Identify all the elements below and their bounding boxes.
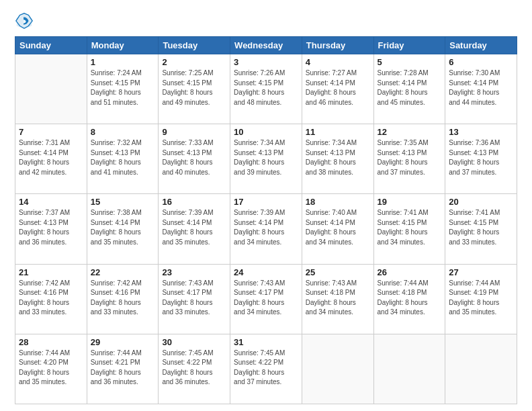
day-cell: 6Sunrise: 7:30 AM Sunset: 4:14 PM Daylig… (445, 54, 517, 124)
day-number: 3 (234, 57, 298, 67)
day-cell: 21Sunrise: 7:42 AM Sunset: 4:16 PM Dayli… (15, 264, 87, 334)
day-cell: 29Sunrise: 7:44 AM Sunset: 4:21 PM Dayli… (87, 334, 159, 404)
day-cell: 16Sunrise: 7:39 AM Sunset: 4:14 PM Dayli… (159, 194, 230, 264)
weekday-header-sunday: Sunday (15, 37, 87, 54)
day-info: Sunrise: 7:24 AM Sunset: 4:15 PM Dayligh… (91, 68, 155, 107)
day-info: Sunrise: 7:36 AM Sunset: 4:13 PM Dayligh… (449, 138, 513, 177)
day-info: Sunrise: 7:42 AM Sunset: 4:16 PM Dayligh… (19, 279, 83, 318)
day-cell: 11Sunrise: 7:34 AM Sunset: 4:13 PM Dayli… (302, 124, 373, 194)
day-number: 9 (162, 127, 226, 137)
day-cell: 13Sunrise: 7:36 AM Sunset: 4:13 PM Dayli… (445, 124, 517, 194)
week-row-1: 1Sunrise: 7:24 AM Sunset: 4:15 PM Daylig… (15, 54, 517, 124)
weekday-header-wednesday: Wednesday (230, 37, 302, 54)
logo (15, 12, 36, 31)
header (15, 12, 517, 31)
day-info: Sunrise: 7:39 AM Sunset: 4:14 PM Dayligh… (162, 208, 226, 247)
day-cell (15, 54, 87, 124)
day-cell: 31Sunrise: 7:45 AM Sunset: 4:22 PM Dayli… (230, 334, 302, 404)
day-number: 5 (378, 57, 442, 67)
day-number: 27 (449, 267, 513, 277)
day-number: 1 (91, 57, 155, 67)
day-number: 4 (306, 57, 370, 67)
day-number: 8 (91, 127, 155, 137)
day-cell: 19Sunrise: 7:41 AM Sunset: 4:15 PM Dayli… (373, 194, 445, 264)
day-number: 21 (19, 267, 83, 277)
day-info: Sunrise: 7:44 AM Sunset: 4:18 PM Dayligh… (378, 279, 442, 318)
day-number: 11 (306, 127, 370, 137)
day-info: Sunrise: 7:39 AM Sunset: 4:14 PM Dayligh… (234, 208, 298, 247)
day-cell: 17Sunrise: 7:39 AM Sunset: 4:14 PM Dayli… (230, 194, 302, 264)
day-info: Sunrise: 7:27 AM Sunset: 4:14 PM Dayligh… (306, 68, 370, 107)
day-number: 24 (234, 267, 298, 277)
day-cell: 1Sunrise: 7:24 AM Sunset: 4:15 PM Daylig… (87, 54, 159, 124)
day-cell: 28Sunrise: 7:44 AM Sunset: 4:20 PM Dayli… (15, 334, 87, 404)
day-cell: 14Sunrise: 7:37 AM Sunset: 4:13 PM Dayli… (15, 194, 87, 264)
weekday-header-saturday: Saturday (445, 37, 517, 54)
day-number: 31 (234, 337, 298, 347)
day-number: 17 (234, 197, 298, 207)
day-info: Sunrise: 7:44 AM Sunset: 4:20 PM Dayligh… (19, 349, 83, 387)
day-cell: 23Sunrise: 7:43 AM Sunset: 4:17 PM Dayli… (159, 264, 230, 334)
day-info: Sunrise: 7:34 AM Sunset: 4:13 PM Dayligh… (306, 138, 370, 177)
day-cell: 9Sunrise: 7:33 AM Sunset: 4:13 PM Daylig… (159, 124, 230, 194)
day-number: 29 (91, 337, 155, 347)
weekday-header-monday: Monday (87, 37, 159, 54)
day-cell: 24Sunrise: 7:43 AM Sunset: 4:17 PM Dayli… (230, 264, 302, 334)
day-number: 30 (162, 337, 226, 347)
day-number: 14 (19, 197, 83, 207)
day-cell: 3Sunrise: 7:26 AM Sunset: 4:15 PM Daylig… (230, 54, 302, 124)
day-number: 16 (162, 197, 226, 207)
day-info: Sunrise: 7:43 AM Sunset: 4:17 PM Dayligh… (162, 279, 226, 318)
week-row-5: 28Sunrise: 7:44 AM Sunset: 4:20 PM Dayli… (15, 334, 517, 404)
day-number: 2 (162, 57, 226, 67)
day-number: 18 (306, 197, 370, 207)
day-info: Sunrise: 7:43 AM Sunset: 4:18 PM Dayligh… (306, 279, 370, 318)
day-number: 12 (378, 127, 442, 137)
day-info: Sunrise: 7:37 AM Sunset: 4:13 PM Dayligh… (19, 208, 83, 247)
weekday-header-thursday: Thursday (302, 37, 373, 54)
day-cell (373, 334, 445, 404)
day-number: 19 (378, 197, 442, 207)
page: SundayMondayTuesdayWednesdayThursdayFrid… (0, 0, 532, 411)
day-cell: 27Sunrise: 7:44 AM Sunset: 4:19 PM Dayli… (445, 264, 517, 334)
day-info: Sunrise: 7:28 AM Sunset: 4:14 PM Dayligh… (378, 68, 442, 107)
day-cell: 12Sunrise: 7:35 AM Sunset: 4:13 PM Dayli… (373, 124, 445, 194)
day-info: Sunrise: 7:26 AM Sunset: 4:15 PM Dayligh… (234, 68, 298, 107)
day-info: Sunrise: 7:25 AM Sunset: 4:15 PM Dayligh… (162, 68, 226, 107)
calendar: SundayMondayTuesdayWednesdayThursdayFrid… (15, 36, 517, 404)
day-info: Sunrise: 7:31 AM Sunset: 4:14 PM Dayligh… (19, 138, 83, 177)
day-info: Sunrise: 7:41 AM Sunset: 4:15 PM Dayligh… (449, 208, 513, 247)
week-row-3: 14Sunrise: 7:37 AM Sunset: 4:13 PM Dayli… (15, 194, 517, 264)
logo-icon (15, 12, 34, 31)
day-info: Sunrise: 7:32 AM Sunset: 4:13 PM Dayligh… (91, 138, 155, 177)
day-number: 13 (449, 127, 513, 137)
day-cell: 7Sunrise: 7:31 AM Sunset: 4:14 PM Daylig… (15, 124, 87, 194)
day-number: 10 (234, 127, 298, 137)
day-info: Sunrise: 7:45 AM Sunset: 4:22 PM Dayligh… (162, 349, 226, 387)
day-number: 28 (19, 337, 83, 347)
day-info: Sunrise: 7:40 AM Sunset: 4:14 PM Dayligh… (306, 208, 370, 247)
day-number: 25 (306, 267, 370, 277)
day-cell: 22Sunrise: 7:42 AM Sunset: 4:16 PM Dayli… (87, 264, 159, 334)
day-info: Sunrise: 7:45 AM Sunset: 4:22 PM Dayligh… (234, 349, 298, 387)
day-info: Sunrise: 7:34 AM Sunset: 4:13 PM Dayligh… (234, 138, 298, 177)
day-info: Sunrise: 7:30 AM Sunset: 4:14 PM Dayligh… (449, 68, 513, 107)
day-cell: 10Sunrise: 7:34 AM Sunset: 4:13 PM Dayli… (230, 124, 302, 194)
day-cell: 30Sunrise: 7:45 AM Sunset: 4:22 PM Dayli… (159, 334, 230, 404)
week-row-2: 7Sunrise: 7:31 AM Sunset: 4:14 PM Daylig… (15, 124, 517, 194)
day-cell: 4Sunrise: 7:27 AM Sunset: 4:14 PM Daylig… (302, 54, 373, 124)
day-number: 22 (91, 267, 155, 277)
day-number: 6 (449, 57, 513, 67)
day-cell: 20Sunrise: 7:41 AM Sunset: 4:15 PM Dayli… (445, 194, 517, 264)
day-cell: 2Sunrise: 7:25 AM Sunset: 4:15 PM Daylig… (159, 54, 230, 124)
day-info: Sunrise: 7:44 AM Sunset: 4:19 PM Dayligh… (449, 279, 513, 318)
day-cell (302, 334, 373, 404)
day-info: Sunrise: 7:43 AM Sunset: 4:17 PM Dayligh… (234, 279, 298, 318)
day-info: Sunrise: 7:35 AM Sunset: 4:13 PM Dayligh… (378, 138, 442, 177)
day-number: 15 (91, 197, 155, 207)
weekday-header-row: SundayMondayTuesdayWednesdayThursdayFrid… (15, 37, 517, 54)
day-cell: 15Sunrise: 7:38 AM Sunset: 4:14 PM Dayli… (87, 194, 159, 264)
day-number: 7 (19, 127, 83, 137)
day-number: 26 (378, 267, 442, 277)
weekday-header-friday: Friday (373, 37, 445, 54)
